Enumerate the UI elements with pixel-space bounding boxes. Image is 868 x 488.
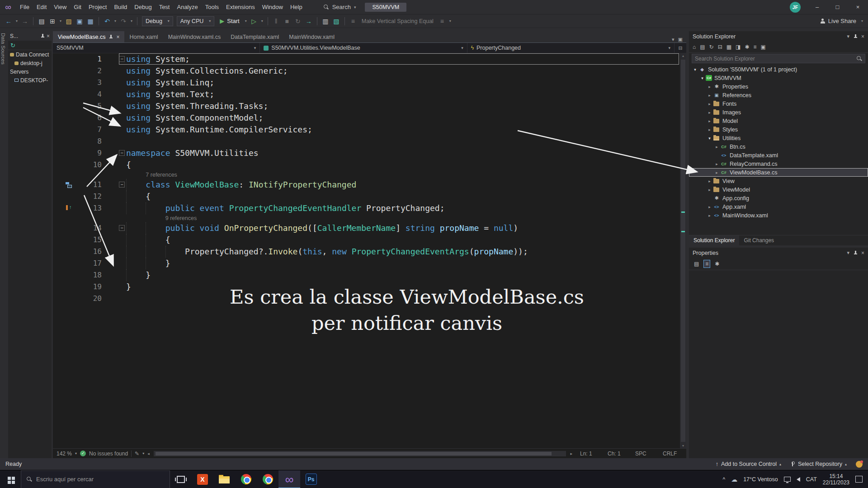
close-icon[interactable]: ×: [116, 34, 119, 40]
code-line-7[interactable]: 7using System.Runtime.CompilerServices;: [53, 124, 680, 136]
save-all-icon[interactable]: ▦: [85, 16, 95, 26]
scroll-up-icon[interactable]: ▴: [680, 54, 686, 58]
maximize-button[interactable]: □: [827, 0, 848, 14]
tree-item-fonts[interactable]: ▸Fonts: [689, 99, 868, 108]
tree-item-app-xaml[interactable]: ▸<>App.xaml: [689, 202, 868, 211]
code-line-19[interactable]: 19}: [53, 281, 680, 293]
code-line-13[interactable]: 13public event PropertyChangedEventHandl…: [53, 202, 680, 214]
step-over-icon[interactable]: →: [304, 16, 314, 26]
align-left-icon[interactable]: ≡: [348, 16, 358, 26]
vertical-scroll-thumb[interactable]: [681, 60, 685, 442]
menu-edit[interactable]: Edit: [33, 0, 50, 14]
line-ending-indicator[interactable]: CRLF: [663, 450, 683, 457]
open-file-icon[interactable]: ▨: [64, 16, 74, 26]
tool-tab-solution-explorer[interactable]: Solution Explorer: [689, 235, 739, 245]
select-repository-button[interactable]: Select Repository ▴: [790, 461, 847, 467]
code-line-4[interactable]: 4using System.Text;: [53, 89, 680, 100]
menu-help[interactable]: Help: [287, 0, 306, 14]
file-nesting-icon[interactable]: ≡: [753, 44, 756, 50]
server-explorer-item[interactable]: Data Connect: [8, 50, 52, 59]
notifications-icon[interactable]: [856, 461, 863, 468]
breadcrumb-item-0[interactable]: S50MVVM▾: [53, 43, 260, 53]
taskbar-search[interactable]: [21, 470, 170, 488]
user-avatar[interactable]: JF: [790, 2, 801, 13]
tree-item-utilities[interactable]: ▾Utilities: [689, 134, 868, 142]
expand-arrow-icon[interactable]: ▸: [713, 145, 720, 149]
minimize-button[interactable]: –: [807, 0, 827, 14]
solution-name-badge[interactable]: S50MVVM: [365, 3, 406, 12]
pin-icon[interactable]: [40, 34, 45, 38]
dropdown-caret-icon[interactable]: ▾: [58, 19, 63, 23]
navigate-forward-icon[interactable]: →: [20, 16, 30, 26]
home-icon[interactable]: ⌂: [693, 44, 696, 50]
tree-item-relaycommand-cs[interactable]: ▸C#RelayCommand.cs: [689, 160, 868, 168]
start-debug-button[interactable]: ▶Start: [217, 16, 242, 26]
code-editor[interactable]: 1−using System;2using System.Collections…: [53, 53, 686, 448]
code-line-8[interactable]: 8: [53, 136, 680, 147]
expand-arrow-icon[interactable]: ▸: [713, 162, 720, 166]
close-icon[interactable]: ×: [47, 33, 50, 39]
keyboard-language[interactable]: CAT: [806, 476, 817, 483]
tree-item-s50mvvm[interactable]: ▾C#S50MVVM: [689, 74, 868, 82]
code-line-17[interactable]: 17}: [53, 258, 680, 269]
menu-project[interactable]: Project: [85, 0, 110, 14]
fold-marker[interactable]: −: [119, 182, 125, 188]
dropdown-caret-icon[interactable]: ▾: [860, 19, 864, 23]
code-line-16[interactable]: 16PropertyChanged?.Invoke(this, new Prop…: [53, 246, 680, 258]
tab-home-xaml[interactable]: Home.xaml: [124, 31, 163, 42]
chevron-down-icon[interactable]: ▾: [847, 33, 849, 39]
code-line-10[interactable]: 10{: [53, 159, 680, 171]
expand-arrow-icon[interactable]: ▸: [706, 119, 713, 123]
breadcrumb-item-2[interactable]: ϟPropertyChanged▾: [467, 43, 675, 53]
inheritance-margin-icon[interactable]: [66, 205, 74, 211]
preview-selected-icon[interactable]: ◨: [736, 44, 741, 50]
network-icon[interactable]: [784, 477, 791, 482]
redo-icon[interactable]: ↷: [118, 16, 128, 26]
tree-item-datatemplate-xaml[interactable]: <>DataTemplate.xaml: [689, 151, 868, 160]
dropdown-caret-icon[interactable]: ▾: [260, 19, 264, 23]
new-project-icon[interactable]: ▤: [37, 16, 47, 26]
fold-marker[interactable]: −: [119, 150, 125, 156]
hidden-icons-chevron[interactable]: ^: [723, 476, 726, 483]
title-search-box[interactable]: Search ▾: [323, 4, 356, 10]
dropdown-caret-icon[interactable]: ▾: [14, 19, 19, 23]
tree-item-styles[interactable]: ▸Styles: [689, 125, 868, 134]
categorized-icon[interactable]: ▤: [693, 260, 700, 267]
active-files-dropdown-icon[interactable]: ▾: [672, 37, 675, 42]
tree-item-viewmodelbase-cs[interactable]: ▸C#ViewModelBase.cs: [689, 168, 868, 177]
code-line-9[interactable]: 9−namespace S50MVVM.Utilities: [53, 147, 680, 159]
expand-arrow-icon[interactable]: ▸: [706, 93, 713, 98]
expand-arrow-icon[interactable]: ▾: [692, 67, 698, 72]
menu-analyze[interactable]: Analyze: [173, 0, 201, 14]
tab-datatemplate-xaml[interactable]: DataTemplate.xaml: [226, 31, 284, 42]
property-pages-icon[interactable]: ✱: [713, 260, 721, 267]
add-to-source-control-button[interactable]: ↑ Add to Source Control ▴: [716, 461, 781, 467]
tree-item-view[interactable]: ▸View: [689, 177, 868, 185]
code-line-20[interactable]: 20: [53, 293, 680, 305]
data-sources-tab[interactable]: Data Sources: [0, 31, 6, 66]
cleanup-caret-icon[interactable]: ▾: [142, 451, 144, 455]
refresh-icon[interactable]: ↻: [709, 44, 714, 50]
solution-explorer-search-input[interactable]: [695, 56, 854, 62]
server-explorer-item[interactable]: DESKTOP-: [8, 76, 52, 84]
codelens-references[interactable]: 7 references: [53, 171, 680, 179]
alphabetical-icon[interactable]: ≡: [704, 260, 710, 267]
zoom-level[interactable]: 142 %: [57, 450, 72, 457]
add-new-item-icon[interactable]: ⊞: [47, 16, 57, 26]
live-share-button[interactable]: Live Share: [817, 18, 859, 24]
tree-item-images[interactable]: ▸Images: [689, 108, 868, 117]
close-button[interactable]: ×: [848, 0, 868, 14]
menu-debug[interactable]: Debug: [131, 0, 155, 14]
expand-arrow-icon[interactable]: ▸: [706, 179, 713, 183]
pin-icon[interactable]: [108, 35, 113, 39]
expand-arrow-icon[interactable]: ▸: [706, 102, 713, 106]
menu-git[interactable]: Git: [70, 0, 85, 14]
close-icon[interactable]: ×: [861, 33, 864, 40]
taskbar-clock[interactable]: 15:14 22/11/2023: [823, 473, 849, 486]
code-line-14[interactable]: 14−public void OnPropertyChanged([Caller…: [53, 222, 680, 234]
undo-icon[interactable]: ↶: [102, 16, 112, 26]
break-all-icon[interactable]: ‖: [271, 16, 281, 26]
refresh-icon[interactable]: ↻: [10, 42, 15, 49]
tree-item-viewmodel[interactable]: ▸ViewModel: [689, 185, 868, 194]
tool-tab-git-changes[interactable]: Git Changes: [739, 235, 778, 245]
